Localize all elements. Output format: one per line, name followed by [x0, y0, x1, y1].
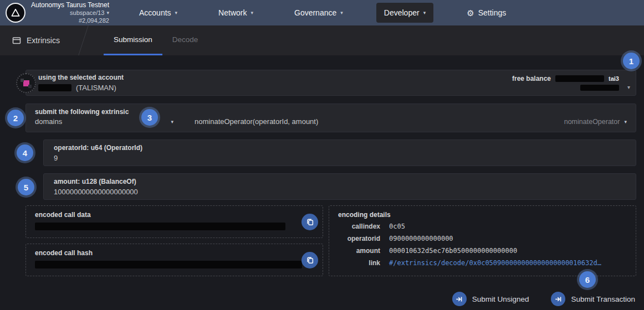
encoded-output-left: encoded call data encoded call hash [25, 205, 323, 276]
decode-link[interactable]: #/extrinsics/decode/0x0c0509000000000000… [389, 259, 601, 267]
pallet-select-value: domains [35, 117, 62, 126]
actions-row: Submit Unsigned Submit Transaction [0, 292, 635, 306]
sign-in-icon [452, 292, 467, 306]
nav-network-label: Network [218, 8, 247, 17]
detail-value: 0c05 [389, 222, 405, 231]
autonomys-logo[interactable] [6, 3, 25, 23]
copy-call-hash-button[interactable] [301, 252, 318, 268]
section-label: Extrinsics [27, 36, 60, 45]
copy-call-data-button[interactable] [301, 214, 318, 230]
detail-label: link [338, 259, 380, 267]
chevron-down-icon: ▾ [175, 10, 178, 16]
redacted-call-hash [35, 261, 302, 268]
encoded-output-section: encoded call data encoded call hash enco… [25, 205, 636, 276]
nav-developer[interactable]: Developer ▾ [376, 3, 433, 23]
chevron-down-icon: ▾ [171, 119, 173, 125]
chevron-down-icon: ▾ [106, 10, 109, 16]
submit-transaction-button[interactable]: Submit Transaction [551, 292, 635, 306]
annotation-badge-3: 3 [141, 109, 158, 126]
account-card[interactable]: using the selected account (TALISMAN) fr… [25, 70, 636, 96]
annotation-badge-6: 6 [579, 271, 596, 288]
redacted-balance-sub [580, 85, 619, 91]
detail-row-operatorid: operatorid 0900000000000000 [338, 234, 627, 243]
gear-icon: ⚙ [467, 9, 474, 17]
nav-governance-label: Governance [294, 8, 336, 17]
main-menu: Accounts ▾ Network ▾ Governance ▾ Develo… [131, 0, 514, 25]
tab-decode[interactable]: Decode [162, 25, 208, 55]
nav-developer-label: Developer [384, 8, 420, 17]
call-signature: nominateOperator(operatorId, amount) [195, 117, 318, 126]
section-extrinsics: Extrinsics [0, 25, 60, 55]
encoded-call-data-label: encoded call data [35, 211, 314, 219]
amount-input[interactable] [54, 188, 626, 196]
account-balance: free balance tai3 [512, 75, 619, 91]
encoding-details-title: encoding details [338, 211, 627, 219]
top-navbar: Autonomys Taurus Testnet subspace/13 ▾ #… [0, 0, 644, 25]
annotation-badge-1: 1 [623, 53, 640, 69]
account-card-label: using the selected account [38, 74, 124, 81]
best-block-number: #2,094,282 [79, 17, 109, 25]
chevron-down-icon: ▾ [423, 10, 426, 16]
detail-label: operatorid [338, 234, 380, 243]
method-select-value: nominateOperator [564, 118, 620, 126]
detail-row-amount: amount 000010632d5ec76b0500000000000000 [338, 246, 627, 255]
free-balance-label: free balance [512, 75, 551, 82]
method-select[interactable]: nominateOperator ▾ [564, 118, 627, 126]
detail-label: callindex [338, 222, 380, 231]
nav-accounts[interactable]: Accounts ▾ [131, 3, 185, 23]
chevron-down-icon: ▾ [340, 10, 343, 16]
annotation-badge-5: 5 [18, 179, 34, 195]
annotation-badge-4: 4 [17, 144, 33, 161]
chevron-down-icon: ▾ [624, 119, 627, 125]
param-amount-label: amount: u128 (BalanceOf) [54, 178, 626, 185]
encoding-details-box: encoding details callindex 0c05 operator… [329, 205, 636, 276]
param-operator-id-label: operatorId: u64 (OperatorId) [54, 144, 626, 152]
tab-submission[interactable]: Submission [104, 25, 162, 55]
account-name-row: (TALISMAN) [38, 84, 124, 92]
nav-accounts-label: Accounts [139, 8, 171, 17]
encoded-call-hash-label: encoded call hash [35, 249, 314, 257]
extrinsics-page: Autonomys Taurus Testnet subspace/13 ▾ #… [0, 0, 644, 310]
operator-id-input[interactable] [54, 154, 626, 162]
runtime-label: subspace/13 [70, 9, 104, 17]
balance-unit: tai3 [609, 75, 619, 82]
annotation-badge-2: 2 [7, 110, 24, 126]
tab-decode-label: Decode [172, 35, 198, 44]
nav-settings[interactable]: ⚙ Settings [459, 3, 514, 23]
submit-transaction-label: Submit Transaction [571, 295, 635, 303]
submit-unsigned-label: Submit Unsigned [472, 295, 529, 303]
runtime-version: subspace/13 ▾ [70, 9, 109, 17]
copy-icon [306, 218, 314, 225]
detail-value: 0900000000000000 [389, 234, 453, 243]
chain-selector[interactable]: Autonomys Taurus Testnet subspace/13 ▾ #… [31, 1, 109, 25]
tab-submission-label: Submission [114, 35, 152, 44]
account-avatar[interactable] [16, 73, 36, 93]
secondary-balance-row [580, 85, 619, 91]
sign-in-icon [551, 292, 565, 306]
identicon-pixel [28, 85, 32, 88]
detail-value: 000010632d5ec76b0500000000000000 [389, 246, 517, 255]
nav-network[interactable]: Network ▾ [211, 3, 261, 23]
account-info: using the selected account (TALISMAN) [38, 74, 124, 92]
main-content: using the selected account (TALISMAN) fr… [0, 70, 644, 306]
detail-row-callindex: callindex 0c05 [338, 222, 627, 231]
submit-unsigned-button[interactable]: Submit Unsigned [452, 292, 529, 306]
param-amount-card: amount: u128 (BalanceOf) [43, 173, 636, 200]
detail-label: amount [338, 246, 380, 255]
free-balance-row: free balance tai3 [512, 75, 619, 82]
page-subheader: Extrinsics Submission Decode [0, 25, 644, 55]
redacted-balance-value [555, 75, 604, 82]
detail-row-link: link #/extrinsics/decode/0x0c05090000000… [338, 259, 627, 267]
param-operator-id-card: operatorId: u64 (OperatorId) [43, 140, 636, 166]
nav-governance[interactable]: Governance ▾ [287, 3, 351, 23]
encoded-call-data-box: encoded call data [25, 205, 323, 238]
copy-icon [306, 256, 314, 264]
account-dropdown-caret[interactable]: ▾ [627, 84, 630, 90]
chain-name: Autonomys Taurus Testnet [31, 1, 109, 9]
account-source: (TALISMAN) [76, 84, 116, 92]
extrinsic-card: submit the following extrinsic domains ▾… [25, 104, 636, 132]
identicon-pixel [21, 79, 24, 82]
encoded-call-hash-box: encoded call hash [25, 244, 323, 276]
redacted-call-data [35, 223, 285, 230]
divider [78, 25, 89, 55]
